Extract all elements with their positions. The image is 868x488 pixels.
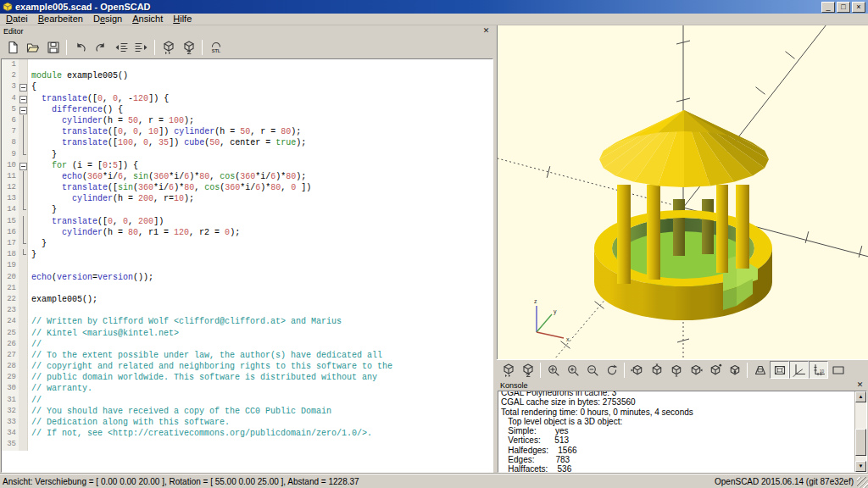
console-close-icon[interactable]: ✕ bbox=[855, 380, 865, 390]
code-line[interactable]: 11 echo(360*i/6, sin(360*i/6)*80, cos(36… bbox=[2, 171, 492, 182]
line-number: 11 bbox=[2, 171, 19, 182]
code-line[interactable]: 19 bbox=[2, 260, 492, 271]
render-icon bbox=[521, 363, 535, 377]
code-line[interactable]: 20echo(version=version()); bbox=[2, 272, 492, 283]
menu-item-hilfe[interactable]: Hilfe bbox=[168, 14, 197, 25]
code-line[interactable]: 23 bbox=[2, 305, 492, 316]
toolbar-separator bbox=[747, 363, 748, 378]
show-scale-markers-button[interactable]: 10 bbox=[809, 361, 828, 379]
code-line[interactable]: 26// bbox=[2, 339, 492, 350]
code-line[interactable]: 27// To the extent possible under law, t… bbox=[2, 350, 492, 361]
code-line[interactable]: 4 translate([0, 0, -120]) { bbox=[2, 93, 492, 104]
fold-toggle-icon[interactable] bbox=[19, 160, 28, 171]
redo-button[interactable] bbox=[91, 39, 110, 57]
title-bar[interactable]: example005.scad - OpenSCAD _ □ × bbox=[0, 0, 868, 14]
open-folder-icon bbox=[26, 41, 40, 54]
save-button[interactable] bbox=[43, 39, 63, 57]
editor-close-icon[interactable]: ✕ bbox=[481, 26, 491, 36]
render-button[interactable] bbox=[518, 361, 537, 379]
view-front-button[interactable] bbox=[725, 361, 744, 379]
scroll-down-icon[interactable]: ▼ bbox=[855, 461, 866, 472]
editor-toolbar: STL bbox=[0, 36, 494, 58]
code-line[interactable]: 8 translate([100, 0, 35]) cube(50, cente… bbox=[2, 137, 492, 148]
view-top-button[interactable] bbox=[647, 361, 666, 379]
zoom-out-button[interactable] bbox=[582, 361, 602, 379]
toolbar-separator bbox=[66, 40, 67, 55]
code-line[interactable]: 32// You should have received a copy of … bbox=[2, 406, 492, 417]
code-line[interactable]: 14 } bbox=[2, 204, 492, 215]
perspective-button[interactable] bbox=[750, 361, 770, 379]
code-line[interactable]: 35 bbox=[2, 439, 492, 450]
code-line[interactable]: 3{ bbox=[2, 81, 492, 92]
code-line[interactable]: 28// copyright and related and neighbori… bbox=[2, 361, 492, 372]
code-line[interactable]: 34// If not, see <http://creativecommons… bbox=[2, 428, 492, 439]
indent-button[interactable] bbox=[131, 39, 151, 57]
code-line[interactable]: 13 cylinder(h = 200, r=10); bbox=[2, 193, 492, 204]
code-line[interactable]: 24// Written by Clifford Wolf <clifford@… bbox=[2, 316, 492, 327]
code-line[interactable]: 6 cylinder(h = 50, r = 100); bbox=[2, 115, 492, 126]
code-line[interactable]: 1 bbox=[2, 59, 492, 70]
undo-button[interactable] bbox=[70, 39, 90, 57]
unindent-button[interactable] bbox=[111, 39, 131, 57]
line-number: 27 bbox=[2, 350, 19, 361]
view-bottom-button[interactable] bbox=[666, 361, 686, 379]
console-output[interactable]: CGAL Polyhedrons in cache: 3CGAL cache s… bbox=[498, 391, 867, 473]
code-line[interactable]: 16 cylinder(h = 80, r1 = 120, r2 = 0); bbox=[2, 227, 492, 238]
code-text bbox=[28, 59, 31, 70]
new-file-button[interactable] bbox=[3, 39, 22, 57]
code-line[interactable]: 33// Dedication along with this software… bbox=[2, 417, 492, 428]
export-stl-button[interactable]: STL bbox=[206, 39, 225, 57]
view-right-button[interactable] bbox=[627, 361, 647, 379]
view-back-button[interactable] bbox=[705, 361, 725, 379]
resize-grip[interactable] bbox=[857, 477, 868, 488]
preview-button[interactable] bbox=[159, 39, 178, 57]
code-line[interactable]: 18} bbox=[2, 249, 492, 260]
scrollbar-thumb[interactable] bbox=[855, 429, 866, 456]
code-line[interactable]: 17 } bbox=[2, 238, 492, 249]
code-text: translate([0, 0, -120]) { bbox=[28, 93, 169, 104]
view-all-button[interactable] bbox=[828, 361, 848, 379]
show-axes-button[interactable] bbox=[789, 361, 809, 379]
code-text: // Kintel <marius@kintel.net> bbox=[28, 328, 179, 339]
open-folder-button[interactable] bbox=[23, 39, 42, 57]
scroll-up-icon[interactable]: ▲ bbox=[855, 391, 866, 402]
code-line[interactable]: 31// bbox=[2, 395, 492, 406]
maximize-button[interactable]: □ bbox=[837, 2, 850, 13]
code-line[interactable]: 2module example005() bbox=[2, 70, 492, 81]
zoom-in-button[interactable] bbox=[563, 361, 582, 379]
fold-toggle-icon[interactable] bbox=[19, 81, 28, 92]
view-left-button[interactable] bbox=[686, 361, 705, 379]
reset-rotation-button[interactable] bbox=[602, 361, 621, 379]
fold-toggle-icon[interactable] bbox=[19, 104, 28, 115]
code-line[interactable]: 22example005(); bbox=[2, 294, 492, 305]
version-status-text: OpenSCAD 2015.06.14 (git 87e32ef) bbox=[715, 477, 865, 486]
console-scrollbar[interactable]: ▲ ▼ bbox=[854, 391, 866, 472]
code-line[interactable]: 5 difference() { bbox=[2, 104, 492, 115]
code-line[interactable]: 7 translate([0, 0, 10]) cylinder(h = 50,… bbox=[2, 126, 492, 137]
code-line[interactable]: 12 translate([sin(360*i/6)*80, cos(360*i… bbox=[2, 182, 492, 193]
code-line[interactable]: 15 translate([0, 0, 200]) bbox=[2, 216, 492, 227]
render-button[interactable] bbox=[179, 39, 198, 57]
close-button[interactable]: × bbox=[852, 2, 865, 13]
zoom-all-button[interactable] bbox=[543, 361, 563, 379]
minimize-button[interactable]: _ bbox=[821, 2, 835, 13]
code-line[interactable]: 21 bbox=[2, 283, 492, 294]
code-line[interactable]: 30// warranty. bbox=[2, 383, 492, 394]
console-line: Edges: 783 bbox=[501, 455, 853, 464]
menu-item-datei[interactable]: Datei bbox=[1, 14, 33, 25]
3d-viewport[interactable]: zyx bbox=[497, 25, 868, 359]
menu-item-bearbeiten[interactable]: Bearbeiten bbox=[33, 14, 88, 25]
code-line[interactable]: 25// Kintel <marius@kintel.net> bbox=[2, 328, 492, 339]
menu-item-ansicht[interactable]: Ansicht bbox=[127, 14, 168, 25]
fold-margin bbox=[19, 204, 28, 215]
code-text: echo(version=version()); bbox=[28, 272, 153, 283]
code-line[interactable]: 9 } bbox=[2, 149, 492, 160]
code-line[interactable]: 29// public domain worldwide. This softw… bbox=[2, 372, 492, 383]
code-text bbox=[28, 439, 31, 450]
menu-item-design[interactable]: Design bbox=[88, 14, 127, 25]
code-line[interactable]: 10 for (i = [0:5]) { bbox=[2, 160, 492, 171]
orthographic-button[interactable] bbox=[770, 361, 789, 379]
preview-button[interactable] bbox=[498, 361, 518, 379]
code-editor[interactable]: 12module example005()3{4 translate([0, 0… bbox=[1, 58, 493, 473]
fold-toggle-icon[interactable] bbox=[19, 93, 28, 104]
